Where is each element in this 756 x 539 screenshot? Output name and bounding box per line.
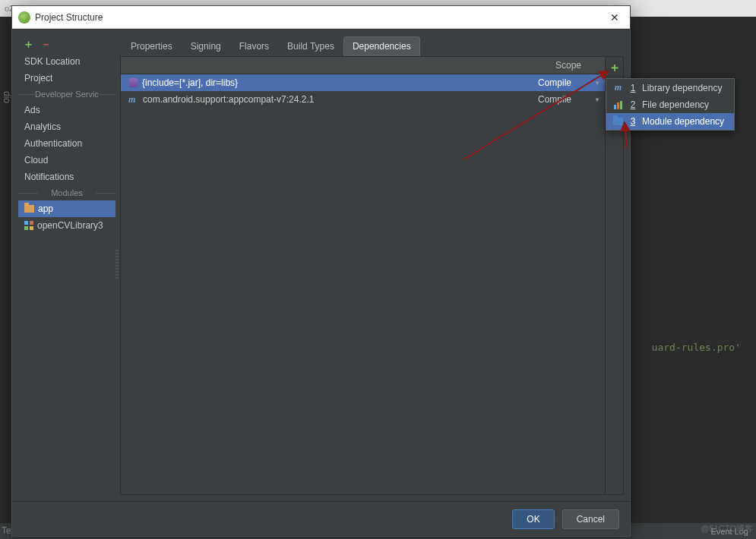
splitter-handle[interactable]: [115, 250, 119, 280]
project-structure-dialog: Project Structure ✕ ＋ － SDK Location Pro…: [11, 5, 631, 537]
dependency-row[interactable]: m com.android.support:appcompat-v7:24.2.…: [121, 91, 605, 108]
tab-flavors[interactable]: Flavors: [230, 36, 278, 56]
menu-library-dependency[interactable]: m 1 Library dependency: [606, 79, 734, 96]
nav-module-opencv[interactable]: openCVLibrary3: [18, 217, 115, 234]
tab-dependencies[interactable]: Dependencies: [343, 36, 420, 56]
nav-authentication[interactable]: Authentication: [18, 135, 115, 152]
jar-icon: [128, 78, 138, 87]
maven-icon: m: [128, 94, 138, 106]
nav-project[interactable]: Project: [18, 70, 115, 87]
bars-icon: [614, 101, 623, 109]
bottom-tool-label: Te: [2, 525, 11, 536]
tab-build-types[interactable]: Build Types: [278, 36, 343, 56]
dependencies-header: Scope: [121, 57, 605, 74]
nav-notifications[interactable]: Notifications: [18, 169, 115, 185]
close-button[interactable]: ✕: [606, 10, 624, 25]
maven-icon: m: [615, 82, 622, 93]
menu-module-dependency[interactable]: 3 Module dependency: [606, 113, 734, 130]
left-navigation: ＋ － SDK Location Project Developer Servi…: [18, 35, 115, 495]
module-label: app: [38, 203, 53, 214]
menu-label: Library dependency: [642, 83, 722, 93]
nav-remove-button[interactable]: －: [40, 37, 52, 52]
nav-header-modules: Modules: [18, 185, 115, 200]
scope-column-header[interactable]: Scope: [532, 60, 605, 71]
add-dependency-menu: m 1 Library dependency 2 File dependency…: [606, 78, 735, 131]
menu-accelerator: 1: [629, 83, 637, 93]
dependency-name: {include=[*.jar], dir=libs}: [142, 77, 238, 88]
watermark: @51CTO博客: [701, 523, 753, 534]
chevron-down-icon[interactable]: ▼: [594, 80, 600, 87]
nav-module-app[interactable]: app: [18, 200, 115, 217]
module-tabs: Properties Signing Flavors Build Types D…: [120, 35, 624, 56]
folder-icon: [613, 118, 623, 125]
dependency-scope[interactable]: Compile: [538, 77, 571, 88]
nav-analytics[interactable]: Analytics: [18, 118, 115, 135]
nav-list: SDK Location Project Developer Servic Ad…: [18, 53, 115, 495]
ok-button[interactable]: OK: [512, 509, 554, 529]
nav-header-developer-services: Developer Servic: [18, 87, 115, 102]
code-fragment: uard-rules.pro': [652, 342, 741, 353]
tab-properties[interactable]: Properties: [122, 36, 182, 56]
dialog-titlebar[interactable]: Project Structure ✕: [12, 6, 630, 29]
dependency-scope[interactable]: Compile: [538, 94, 571, 105]
dialog-title: Project Structure: [35, 12, 103, 23]
nav-sdk-location[interactable]: SDK Location: [18, 53, 115, 70]
menu-accelerator: 3: [629, 116, 637, 127]
menu-label: File dependency: [642, 99, 709, 110]
chevron-down-icon[interactable]: ▼: [594, 96, 600, 103]
cancel-button[interactable]: Cancel: [562, 509, 619, 529]
nav-cloud[interactable]: Cloud: [18, 152, 115, 169]
add-dependency-button[interactable]: ＋: [609, 60, 621, 76]
dependencies-table: Scope {include=[*.jar], dir=libs} Compil…: [121, 57, 605, 494]
module-details-pane: Properties Signing Flavors Build Types D…: [120, 35, 624, 495]
side-tool-label: dio: [2, 91, 12, 103]
folder-icon: [24, 205, 34, 213]
module-icon: [24, 221, 33, 230]
nav-add-button[interactable]: ＋: [23, 37, 34, 52]
dependency-row[interactable]: {include=[*.jar], dir=libs} Compile ▼: [121, 74, 605, 91]
tab-signing[interactable]: Signing: [182, 36, 230, 56]
menu-label: Module dependency: [642, 116, 724, 127]
menu-accelerator: 2: [629, 99, 637, 110]
nav-ads[interactable]: Ads: [18, 102, 115, 118]
menu-file-dependency[interactable]: 2 File dependency: [606, 96, 734, 113]
module-label: openCVLibrary3: [37, 220, 103, 231]
dependency-name: com.android.support:appcompat-v7:24.2.1: [143, 94, 314, 105]
dialog-icon: [18, 11, 30, 24]
